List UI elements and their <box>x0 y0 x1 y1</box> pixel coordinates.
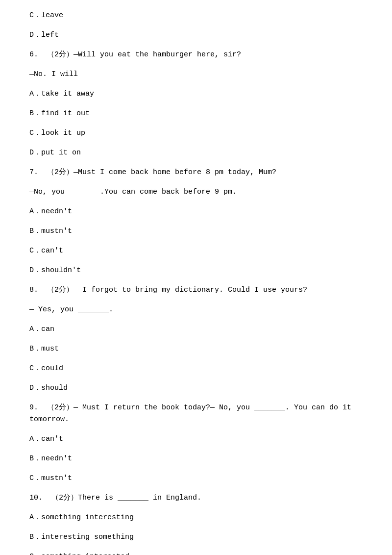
q6-response-line: —No. I will <box>29 69 363 80</box>
q6-c-line: C．look it up <box>29 127 363 139</box>
c-leave-line: C．leave <box>29 10 363 22</box>
q6-d-line: D．put it on <box>29 147 363 159</box>
q7-c-line: C．can't <box>29 245 363 257</box>
q10-line: 10. （2分）There is _______ in England. <box>29 492 363 504</box>
q9-b-line: B．needn't <box>29 453 363 465</box>
q8-line: 8. （2分）— I forgot to bring my dictionary… <box>29 284 363 296</box>
q6-line: 6. （2分）—Will you eat the hamburger here,… <box>29 49 363 61</box>
q6-b-line: B．find it out <box>29 108 363 120</box>
q6-a-line: A．take it away <box>29 88 363 100</box>
q9-a-line: A．can't <box>29 433 363 445</box>
q8-response-line: — Yes, you _______. <box>29 304 363 316</box>
q7-line: 7. （2分）—Must I come back home before 8 p… <box>29 167 363 178</box>
q7-d-line: D．shouldn't <box>29 265 363 277</box>
q8-c-line: C．could <box>29 363 363 375</box>
q9-c-line: C．mustn't <box>29 473 363 484</box>
q8-a-line: A．can <box>29 324 363 335</box>
q10-a-line: A．something interesting <box>29 512 363 524</box>
q10-b-line: B．interesting something <box>29 531 363 543</box>
q7-b-line: B．mustn't <box>29 226 363 237</box>
q8-b-line: B．must <box>29 343 363 355</box>
q7-a-line: A．needn't <box>29 206 363 218</box>
exam-content: C．leave D．left 6. （2分）—Will you eat the … <box>29 10 363 555</box>
q7-response-line: —No, you .You can come back before 9 pm. <box>29 186 363 198</box>
q10-c-line: C．something interested <box>29 551 363 555</box>
q8-d-line: D．should <box>29 382 363 394</box>
d-left-line: D．left <box>29 29 363 41</box>
q9-line: 9. （2分）— Must I return the book today?— … <box>29 402 363 426</box>
